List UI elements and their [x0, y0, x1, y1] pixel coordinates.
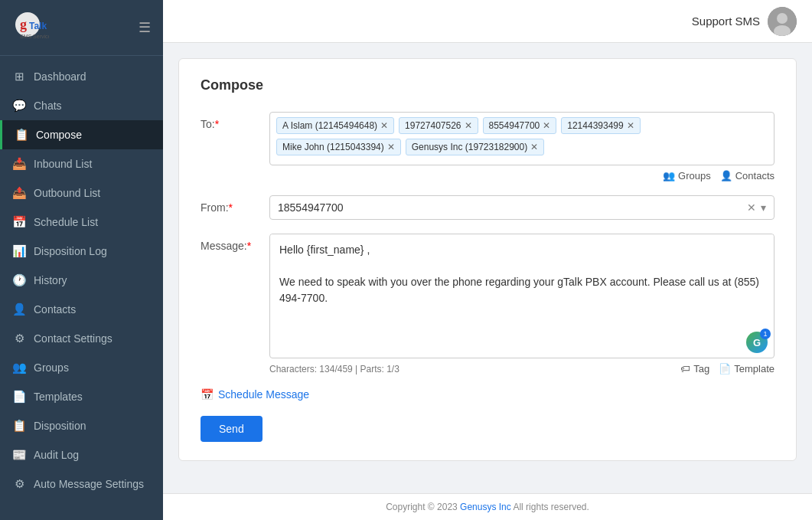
- recipients-container[interactable]: A Islam (12145494648)✕19727407526✕855494…: [269, 112, 774, 165]
- sidebar-item-disposition-log[interactable]: 📊 Disposition Log: [0, 237, 163, 266]
- nav-icon-audit-log: 📰: [12, 448, 26, 462]
- nav-label-contact-settings: Contact Settings: [34, 332, 113, 345]
- grammarly-badge: 1: [760, 329, 771, 339]
- nav-icon-compose: 📋: [15, 128, 28, 142]
- logo-container: g Talk SMS Service: [12, 9, 49, 46]
- sidebar-item-contacts[interactable]: 👤 Contacts: [0, 295, 163, 324]
- template-icon: 📄: [719, 363, 731, 374]
- message-row: Message:* G 1 Characters: 134/459 | Part…: [201, 234, 774, 374]
- contacts-icon: 👤: [720, 170, 732, 182]
- contacts-button[interactable]: 👤 Contacts: [720, 170, 774, 182]
- sidebar-item-contact-settings[interactable]: ⚙ Contact Settings: [0, 324, 163, 353]
- sidebar-item-groups[interactable]: 👥 Groups: [0, 353, 163, 382]
- svg-text:SMS Service: SMS Service: [20, 34, 49, 39]
- footer-link[interactable]: Genusys Inc: [460, 502, 511, 512]
- nav-menu: ⊞ Dashboard 💬 Chats 📋 Compose 📥 Inbound …: [0, 56, 163, 520]
- tag-remove[interactable]: ✕: [380, 120, 388, 131]
- nav-icon-schedule-list: 📅: [12, 215, 26, 229]
- tags-row: A Islam (12145494648)✕19727407526✕855494…: [276, 117, 768, 155]
- tag-label: 19727407526: [405, 120, 461, 131]
- main-content: Compose To:* A Islam (12145494648)✕19727…: [163, 43, 812, 493]
- nav-icon-disposition: 📋: [12, 419, 26, 433]
- nav-label-history: History: [34, 274, 67, 286]
- nav-label-disposition: Disposition: [34, 420, 86, 432]
- to-label: To:*: [201, 112, 269, 130]
- sidebar-item-dashboard[interactable]: ⊞ Dashboard: [0, 62, 163, 91]
- sidebar-item-templates[interactable]: 📄 Templates: [0, 382, 163, 411]
- nav-label-audit-log: Audit Log: [34, 449, 79, 461]
- tag-remove[interactable]: ✕: [627, 120, 634, 131]
- tag-label: A Islam (12145494648): [282, 120, 377, 131]
- groups-button[interactable]: 👥 Groups: [663, 170, 711, 182]
- sidebar: g Talk SMS Service ☰ ⊞ Dashboard 💬 Chats…: [0, 0, 163, 520]
- sidebar-item-history[interactable]: 🕐 History: [0, 266, 163, 295]
- clear-icon[interactable]: ✕: [747, 201, 756, 214]
- nav-icon-chats: 💬: [12, 99, 26, 113]
- nav-label-contacts: Contacts: [34, 303, 76, 316]
- avatar[interactable]: [768, 7, 797, 36]
- groups-icon: 👥: [663, 170, 675, 182]
- sidebar-item-chats[interactable]: 💬 Chats: [0, 91, 163, 120]
- tag-remove[interactable]: ✕: [543, 120, 550, 131]
- from-select[interactable]: 18554947700 ✕ ▾: [269, 195, 774, 220]
- header-service-title: Support SMS: [692, 15, 760, 28]
- from-field: 18554947700 ✕ ▾: [269, 195, 774, 220]
- tag-remove[interactable]: ✕: [465, 120, 472, 131]
- nav-label-outbound-list: Outbound List: [34, 187, 100, 199]
- sidebar-item-disposition[interactable]: 📋 Disposition: [0, 411, 163, 440]
- nav-icon-templates: 📄: [12, 390, 26, 404]
- nav-icon-groups: 👥: [12, 361, 26, 374]
- recipient-tag-r6: Genusys Inc (19723182900)✕: [406, 139, 544, 155]
- recipient-tag-r5: Mike John (1215043394)✕: [276, 139, 401, 155]
- schedule-link[interactable]: 📅 Schedule Message: [201, 388, 309, 401]
- hamburger-icon[interactable]: ☰: [139, 19, 151, 36]
- nav-label-inbound-list: Inbound List: [34, 158, 92, 170]
- compose-card: Compose To:* A Islam (12145494648)✕19727…: [178, 58, 797, 461]
- nav-icon-auto-message-settings: ⚙: [12, 477, 26, 491]
- nav-icon-history: 🕐: [12, 273, 26, 287]
- nav-label-disposition-log: Disposition Log: [34, 245, 107, 257]
- char-actions: 🏷 Tag 📄 Template: [680, 363, 774, 374]
- tag-remove[interactable]: ✕: [387, 142, 395, 152]
- nav-label-compose: Compose: [36, 129, 82, 141]
- tag-label: 8554947700: [489, 120, 540, 131]
- from-label: From:*: [201, 195, 269, 214]
- app-logo: g Talk SMS Service: [12, 9, 49, 46]
- nav-label-chats: Chats: [34, 100, 62, 112]
- calendar-icon: 📅: [201, 388, 214, 401]
- main-area: Support SMS Compose To:*: [163, 0, 812, 520]
- tag-label: 12144393499: [567, 120, 623, 131]
- nav-icon-outbound-list: 📤: [12, 186, 26, 200]
- sidebar-item-outbound-list[interactable]: 📤 Outbound List: [0, 178, 163, 208]
- recipient-tag-r4: 12144393499✕: [561, 117, 640, 134]
- message-textarea[interactable]: [270, 234, 774, 326]
- tag-label: Mike John (1215043394): [282, 142, 384, 152]
- char-count-row: Characters: 134/459 | Parts: 1/3 🏷 Tag 📄…: [269, 363, 774, 374]
- sidebar-item-compose[interactable]: 📋 Compose: [0, 120, 163, 149]
- sidebar-item-audit-log[interactable]: 📰 Audit Log: [0, 440, 163, 469]
- tag-icon: 🏷: [680, 363, 690, 374]
- compose-title: Compose: [201, 77, 774, 93]
- header-right: Support SMS: [692, 7, 797, 36]
- template-button[interactable]: 📄 Template: [719, 363, 774, 374]
- footer: Copyright © 2023 Genusys Inc All rights …: [163, 493, 812, 520]
- dropdown-icon[interactable]: ▾: [761, 201, 766, 214]
- nav-icon-dashboard: ⊞: [12, 70, 26, 83]
- tag-button[interactable]: 🏷 Tag: [680, 363, 709, 374]
- svg-point-5: [777, 13, 788, 24]
- sidebar-item-auto-message-settings[interactable]: ⚙ Auto Message Settings: [0, 469, 163, 499]
- from-value: 18554947700: [278, 201, 344, 214]
- nav-icon-disposition-log: 📊: [12, 244, 26, 258]
- tag-label: Genusys Inc (19723182900): [412, 142, 527, 152]
- recipient-tag-r2: 19727407526✕: [399, 117, 478, 134]
- message-label: Message:*: [201, 234, 269, 252]
- sidebar-item-schedule-list[interactable]: 📅 Schedule List: [0, 208, 163, 237]
- recipient-tag-r3: 8554947700✕: [483, 117, 557, 134]
- tag-remove[interactable]: ✕: [530, 142, 538, 152]
- select-controls: ✕ ▾: [747, 201, 766, 214]
- nav-label-schedule-list: Schedule List: [34, 216, 98, 228]
- schedule-row: 📅 Schedule Message: [201, 388, 774, 401]
- send-button[interactable]: Send: [201, 416, 263, 442]
- nav-label-templates: Templates: [34, 391, 83, 403]
- sidebar-item-inbound-list[interactable]: 📥 Inbound List: [0, 149, 163, 178]
